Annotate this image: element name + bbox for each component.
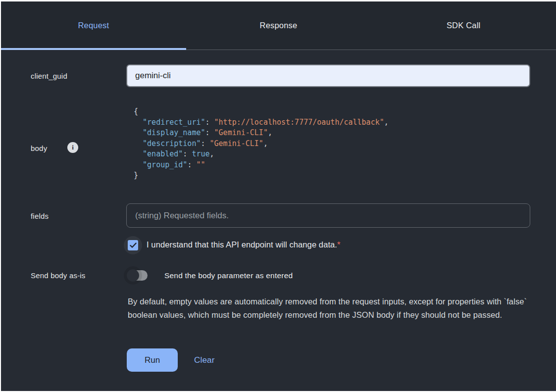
code-line: }: [134, 170, 389, 181]
tab-sdk-call[interactable]: SDK Call: [371, 1, 556, 49]
clear-button[interactable]: Clear: [194, 354, 215, 367]
checkmark-icon: [130, 243, 137, 248]
client-guid-input[interactable]: [126, 64, 530, 87]
tab-request[interactable]: Request: [1, 1, 186, 49]
body-json-editor[interactable]: { "redirect_uri": "http://localhost:7777…: [134, 106, 389, 181]
run-button[interactable]: Run: [127, 348, 178, 372]
code-line: "group_id": "": [134, 160, 389, 171]
code-line: "redirect_uri": "http://localhost:7777/o…: [134, 117, 389, 128]
acknowledge-label-text: I understand that this API endpoint will…: [147, 240, 337, 249]
send-body-toggle-label: Send the body parameter as entered: [164, 271, 293, 280]
checkbox-checked-icon: [128, 240, 138, 250]
tab-bar: Request Response SDK Call: [1, 1, 556, 50]
code-line: "description": "Gemini-CLI",: [134, 139, 389, 149]
fields-input[interactable]: [126, 203, 530, 228]
fields-label: fields: [31, 212, 49, 220]
client-guid-label: client_guid: [31, 72, 67, 80]
body-label: body: [31, 144, 47, 152]
empty-values-note: By default, empty values are automatical…: [128, 295, 533, 322]
acknowledge-checkbox[interactable]: [124, 236, 142, 254]
toggle-thumb: [127, 269, 139, 282]
code-line: "display_name": "Gemini-CLI",: [134, 128, 389, 139]
tab-request-label: Request: [78, 21, 109, 30]
api-explorer-panel: Request Response SDK Call client_guid bo…: [1, 1, 556, 391]
code-line: {: [134, 106, 389, 117]
send-body-toggle[interactable]: [128, 270, 148, 281]
info-icon-glyph: i: [72, 144, 74, 151]
active-tab-indicator: [1, 48, 186, 50]
tab-response[interactable]: Response: [186, 1, 371, 49]
code-line: "enabled": true,: [134, 149, 389, 160]
send-body-label: Send body as-is: [31, 271, 86, 280]
required-asterisk: *: [337, 240, 341, 249]
info-icon[interactable]: i: [67, 142, 78, 153]
tab-sdk-call-label: SDK Call: [447, 21, 481, 30]
acknowledge-label: I understand that this API endpoint will…: [147, 240, 341, 249]
tab-response-label: Response: [260, 21, 298, 30]
